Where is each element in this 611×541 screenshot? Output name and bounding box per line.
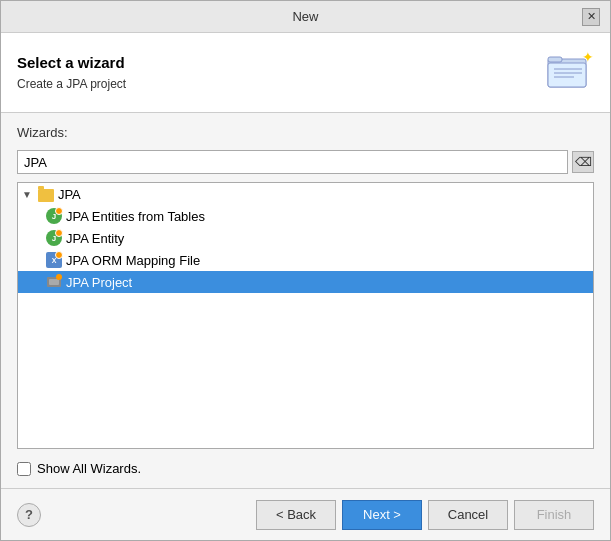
tree-root-label: JPA — [58, 187, 81, 202]
list-item[interactable]: JPA Project — [18, 271, 593, 293]
wizards-label: Wizards: — [17, 125, 594, 140]
show-all-row: Show All Wizards. — [17, 461, 594, 476]
folder-icon — [38, 186, 54, 202]
jpa-project-icon — [46, 274, 62, 290]
header-section: Select a wizard Create a JPA project ✦ — [1, 33, 610, 113]
svg-point-8 — [56, 274, 62, 280]
footer-left: ? — [17, 503, 41, 527]
header-icon: ✦ — [546, 49, 594, 97]
dialog-title: New — [29, 9, 582, 24]
finish-button[interactable]: Finish — [514, 500, 594, 530]
title-bar: New ✕ — [1, 1, 610, 33]
tree-item-label: JPA Entities from Tables — [66, 209, 205, 224]
expand-arrow-icon: ▼ — [22, 189, 32, 200]
body-section: Wizards: ⌫ ▼ JPA J JPA Entities from Tab… — [1, 113, 610, 488]
show-all-checkbox[interactable] — [17, 462, 31, 476]
svg-rect-7 — [49, 279, 59, 285]
tree-item-label: JPA Entity — [66, 231, 124, 246]
clear-search-button[interactable]: ⌫ — [572, 151, 594, 173]
wizard-title: Select a wizard — [17, 54, 126, 71]
jpa-entities-icon: J — [46, 208, 62, 224]
tree-item-label: JPA ORM Mapping File — [66, 253, 200, 268]
jpa-orm-icon: X — [46, 252, 62, 268]
svg-rect-1 — [548, 57, 562, 62]
footer-buttons: < Back Next > Cancel Finish — [256, 500, 594, 530]
dialog: New ✕ Select a wizard Create a JPA proje… — [0, 0, 611, 541]
jpa-entity-icon: J — [46, 230, 62, 246]
wizard-subtitle: Create a JPA project — [17, 77, 126, 91]
list-item[interactable]: X JPA ORM Mapping File — [18, 249, 593, 271]
list-item[interactable]: J JPA Entities from Tables — [18, 205, 593, 227]
sparkle-icon: ✦ — [582, 49, 594, 65]
tree-container[interactable]: ▼ JPA J JPA Entities from Tables J JPA E… — [17, 182, 594, 449]
tree-root-jpa[interactable]: ▼ JPA — [18, 183, 593, 205]
show-all-label: Show All Wizards. — [37, 461, 141, 476]
back-button[interactable]: < Back — [256, 500, 336, 530]
tree-item-label: JPA Project — [66, 275, 132, 290]
footer-section: ? < Back Next > Cancel Finish — [1, 488, 610, 540]
header-text: Select a wizard Create a JPA project — [17, 54, 126, 91]
search-input[interactable] — [17, 150, 568, 174]
search-row: ⌫ — [17, 150, 594, 174]
svg-rect-2 — [548, 63, 586, 87]
cancel-button[interactable]: Cancel — [428, 500, 508, 530]
close-button[interactable]: ✕ — [582, 8, 600, 26]
next-button[interactable]: Next > — [342, 500, 422, 530]
list-item[interactable]: J JPA Entity — [18, 227, 593, 249]
help-button[interactable]: ? — [17, 503, 41, 527]
